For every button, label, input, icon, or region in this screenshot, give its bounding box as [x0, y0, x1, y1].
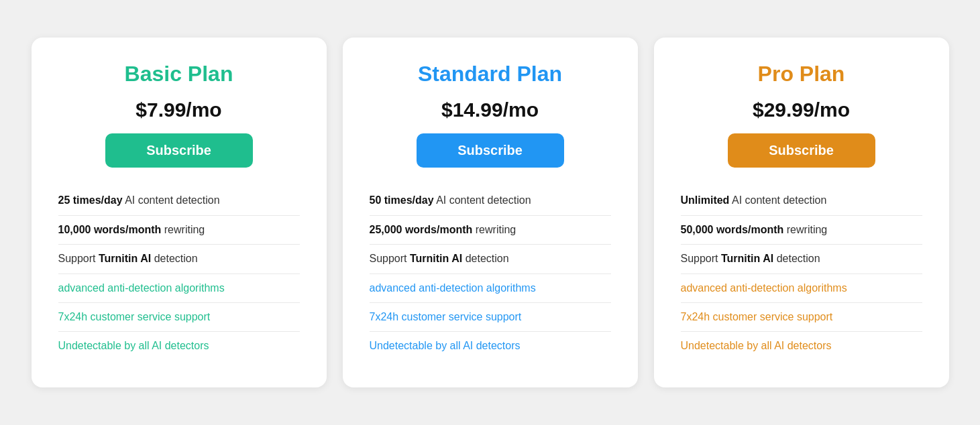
standard-plan-price: $14.99/mo — [441, 99, 539, 121]
basic-subscribe-button[interactable]: Subscribe — [105, 133, 253, 168]
pro-plan-title: Pro Plan — [758, 62, 845, 86]
pro-plan-card: Pro Plan $29.99/mo Subscribe Unlimited A… — [654, 38, 949, 387]
list-item: 7x24h customer service support — [370, 303, 611, 332]
standard-subscribe-button[interactable]: Subscribe — [417, 133, 564, 168]
list-item: 7x24h customer service support — [681, 303, 922, 332]
list-item: Undetectable by all AI detectors — [370, 332, 611, 360]
basic-features-list: 25 times/day AI content detection 10,000… — [58, 186, 300, 360]
list-item: advanced anti-detection algorithms — [58, 274, 300, 303]
list-item: 10,000 words/month rewriting — [58, 216, 300, 245]
list-item: 25,000 words/month rewriting — [370, 216, 611, 245]
feature-bold: Unlimited — [681, 194, 730, 206]
list-item: Undetectable by all AI detectors — [58, 332, 300, 360]
standard-plan-title: Standard Plan — [418, 62, 562, 86]
feature-bold: 50 times/day — [370, 194, 434, 206]
feature-bold: 25,000 words/month — [370, 224, 473, 235]
turnitin-label: Turnitin AI — [410, 253, 462, 264]
pricing-container: Basic Plan $7.99/mo Subscribe 25 times/d… — [0, 17, 980, 407]
feature-bold: 50,000 words/month — [681, 224, 784, 235]
feature-bold: 10,000 words/month — [58, 224, 162, 235]
list-item: advanced anti-detection algorithms — [681, 274, 922, 303]
pro-subscribe-button[interactable]: Subscribe — [728, 133, 875, 168]
list-item: 50,000 words/month rewriting — [681, 216, 922, 245]
turnitin-label: Turnitin AI — [99, 253, 151, 264]
pro-features-list: Unlimited AI content detection 50,000 wo… — [681, 186, 922, 360]
standard-features-list: 50 times/day AI content detection 25,000… — [370, 186, 611, 360]
pro-plan-price: $29.99/mo — [753, 99, 850, 121]
list-item: Unlimited AI content detection — [681, 186, 922, 215]
turnitin-label: Turnitin AI — [721, 253, 773, 264]
list-item: advanced anti-detection algorithms — [370, 274, 611, 303]
standard-plan-card: Standard Plan $14.99/mo Subscribe 50 tim… — [343, 38, 638, 387]
basic-plan-card: Basic Plan $7.99/mo Subscribe 25 times/d… — [32, 38, 327, 387]
basic-plan-price: $7.99/mo — [135, 99, 221, 121]
list-item: Undetectable by all AI detectors — [681, 332, 922, 360]
list-item: Support Turnitin AI detection — [58, 245, 300, 274]
list-item: 7x24h customer service support — [58, 303, 300, 332]
list-item: 25 times/day AI content detection — [58, 186, 300, 215]
list-item: Support Turnitin AI detection — [681, 245, 922, 274]
list-item: Support Turnitin AI detection — [370, 245, 611, 274]
feature-bold: 25 times/day — [58, 194, 123, 206]
basic-plan-title: Basic Plan — [125, 62, 233, 86]
list-item: 50 times/day AI content detection — [370, 186, 611, 215]
